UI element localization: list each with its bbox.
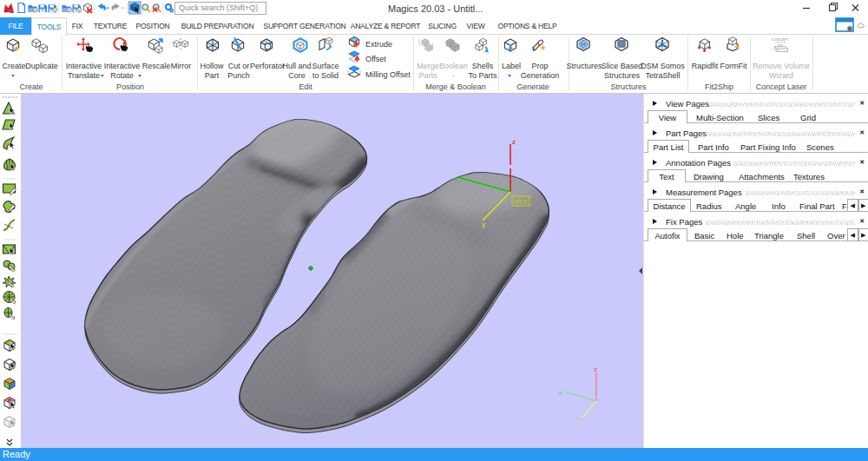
svg-text:x: x [558,389,562,397]
svg-text:y: y [482,221,485,228]
svg-text:x: x [454,175,457,183]
svg-text:LASER: LASER [774,41,786,44]
svg-text:z: z [512,138,516,146]
svg-text:z: z [594,366,597,373]
svg-text:WCS: WCS [514,199,528,205]
svg-text:Y: Y [578,419,583,427]
svg-text:A: A [508,43,514,52]
